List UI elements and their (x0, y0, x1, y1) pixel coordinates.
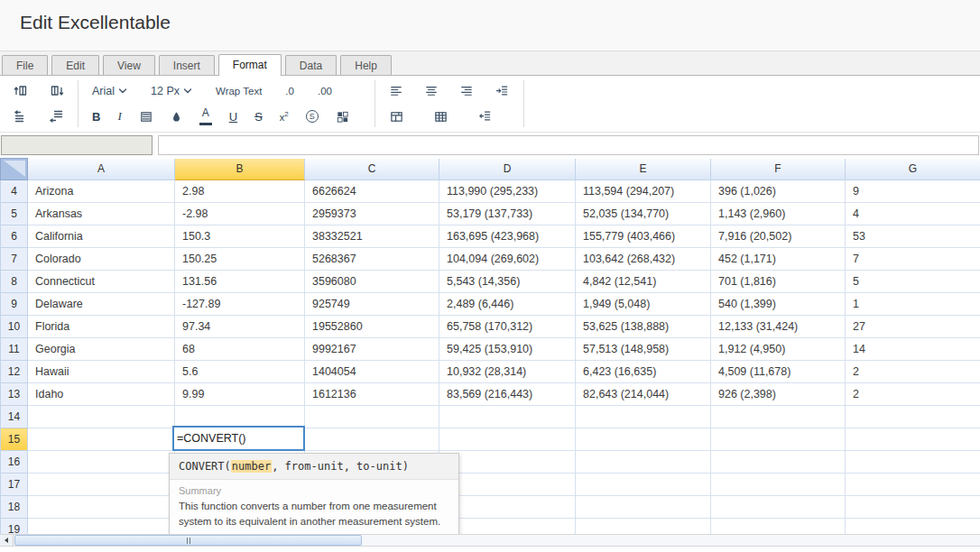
decrease-decimal-button[interactable]: .0 (282, 84, 297, 98)
tab-insert[interactable]: Insert (159, 55, 215, 75)
cell-A16[interactable] (28, 451, 175, 474)
cell-E5[interactable]: 52,035 (134,770) (576, 203, 711, 225)
cell-A10[interactable]: Florida (28, 316, 175, 338)
name-box[interactable] (1, 135, 153, 155)
cell-G7[interactable]: 7 (846, 248, 980, 271)
cell-G18[interactable] (846, 496, 980, 519)
column-header-A[interactable]: A (28, 159, 175, 180)
fill-color-icon[interactable] (168, 108, 185, 125)
cell-D11[interactable]: 59,425 (153,910) (439, 338, 576, 361)
cell-D10[interactable]: 65,758 (170,312) (439, 316, 576, 338)
row-header-17[interactable]: 17 (1, 474, 28, 496)
row-header-8[interactable]: 8 (1, 271, 28, 293)
superscript-button[interactable]: x2 (277, 108, 291, 124)
cell-A18[interactable] (28, 496, 175, 519)
cell-E7[interactable]: 103,642 (268,432) (576, 248, 711, 271)
cell-F18[interactable] (711, 496, 846, 519)
insert-row-below-icon[interactable] (46, 107, 67, 125)
italic-button[interactable]: I (115, 107, 124, 125)
cell-B9[interactable]: -127.89 (175, 293, 305, 316)
strikethrough-button[interactable]: S (252, 108, 265, 125)
cell-C11[interactable]: 9992167 (305, 338, 439, 361)
insert-row-above-icon[interactable] (11, 107, 32, 125)
cell-A15[interactable] (28, 428, 175, 451)
tab-file[interactable]: File (2, 55, 48, 75)
column-header-C[interactable]: C (305, 159, 439, 180)
cell-E10[interactable]: 53,625 (138,888) (576, 316, 711, 338)
cell-G8[interactable]: 5 (846, 271, 980, 293)
tab-data[interactable]: Data (285, 55, 337, 75)
cell-A7[interactable]: Colorado (28, 248, 175, 271)
cell-F14[interactable] (711, 406, 846, 428)
cell-B4[interactable]: 2.98 (175, 180, 305, 203)
select-all-corner[interactable] (1, 159, 28, 180)
cell-A11[interactable]: Georgia (28, 338, 175, 361)
cell-C7[interactable]: 5268367 (305, 248, 439, 271)
row-header-7[interactable]: 7 (1, 248, 28, 271)
cell-B5[interactable]: -2.98 (175, 203, 305, 225)
cell-G4[interactable]: 9 (846, 180, 980, 203)
increase-decimal-button[interactable]: .00 (315, 84, 335, 98)
cell-F5[interactable]: 1,143 (2,960) (711, 203, 846, 225)
tab-help[interactable]: Help (340, 55, 392, 75)
cell-E14[interactable] (576, 406, 711, 428)
column-header-B[interactable]: B (175, 159, 305, 180)
row-header-18[interactable]: 18 (1, 496, 28, 519)
cell-D12[interactable]: 10,932 (28,314) (439, 361, 576, 383)
row-header-10[interactable]: 10 (1, 316, 28, 338)
cell-F7[interactable]: 452 (1,171) (711, 248, 846, 271)
merge-table-icon[interactable] (386, 108, 407, 125)
font-color-button[interactable]: x A (197, 106, 215, 127)
cell-A4[interactable]: Arizona (28, 180, 175, 203)
cell-D9[interactable]: 2,489 (6,446) (439, 293, 576, 316)
cell-G11[interactable]: 14 (846, 338, 980, 361)
cell-G14[interactable] (846, 406, 980, 428)
cell-A12[interactable]: Hawaii (28, 361, 175, 383)
cell-F13[interactable]: 926 (2,398) (711, 383, 846, 406)
align-left-icon[interactable] (386, 83, 406, 99)
cell-B12[interactable]: 5.6 (175, 361, 305, 383)
cell-D7[interactable]: 104,094 (269,602) (439, 248, 576, 271)
cell-C6[interactable]: 38332521 (305, 225, 439, 248)
cell-C14[interactable] (305, 406, 439, 428)
cell-F10[interactable]: 12,133 (31,424) (711, 316, 846, 338)
indent-increase-icon[interactable] (492, 83, 513, 99)
row-header-6[interactable]: 6 (1, 225, 28, 248)
cell-E12[interactable]: 6,423 (16,635) (576, 361, 711, 383)
cell-G9[interactable]: 1 (846, 293, 980, 316)
cell-C10[interactable]: 19552860 (305, 316, 439, 338)
cell-G10[interactable]: 27 (846, 316, 980, 338)
underline-button[interactable]: U (227, 108, 240, 125)
cell-E17[interactable] (576, 474, 711, 496)
currency-format-icon[interactable]: S (303, 108, 321, 124)
cell-C8[interactable]: 3596080 (305, 271, 439, 293)
cell-E18[interactable] (576, 496, 711, 519)
column-header-D[interactable]: D (439, 159, 576, 180)
tab-format[interactable]: Format (218, 54, 282, 76)
cell-D15[interactable] (439, 428, 576, 451)
cell-F16[interactable] (711, 451, 846, 474)
cell-D6[interactable]: 163,695 (423,968) (439, 225, 576, 248)
cell-B7[interactable]: 150.25 (175, 248, 305, 271)
cell-G17[interactable] (846, 474, 980, 496)
cell-A17[interactable] (28, 474, 175, 496)
cell-D14[interactable] (439, 406, 576, 428)
tab-view[interactable]: View (103, 55, 155, 75)
cell-D17[interactable] (439, 474, 576, 496)
cell-C12[interactable]: 1404054 (305, 361, 439, 383)
cell-E6[interactable]: 155,779 (403,466) (576, 225, 711, 248)
cell-G15[interactable] (846, 428, 980, 451)
merge-cells-icon[interactable] (333, 108, 352, 125)
cell-D5[interactable]: 53,179 (137,733) (439, 203, 576, 225)
cell-F15[interactable] (711, 428, 846, 451)
fill-pattern-icon[interactable] (136, 108, 156, 125)
cell-F17[interactable] (711, 474, 846, 496)
cell-A14[interactable] (28, 406, 175, 428)
column-header-E[interactable]: E (576, 159, 711, 180)
cell-E4[interactable]: 113,594 (294,207) (576, 180, 711, 203)
cell-F9[interactable]: 540 (1,399) (711, 293, 846, 316)
row-header-9[interactable]: 9 (1, 293, 28, 316)
cell-C5[interactable]: 2959373 (305, 203, 439, 225)
cell-G16[interactable] (846, 451, 980, 474)
cell-G5[interactable]: 4 (846, 203, 980, 225)
